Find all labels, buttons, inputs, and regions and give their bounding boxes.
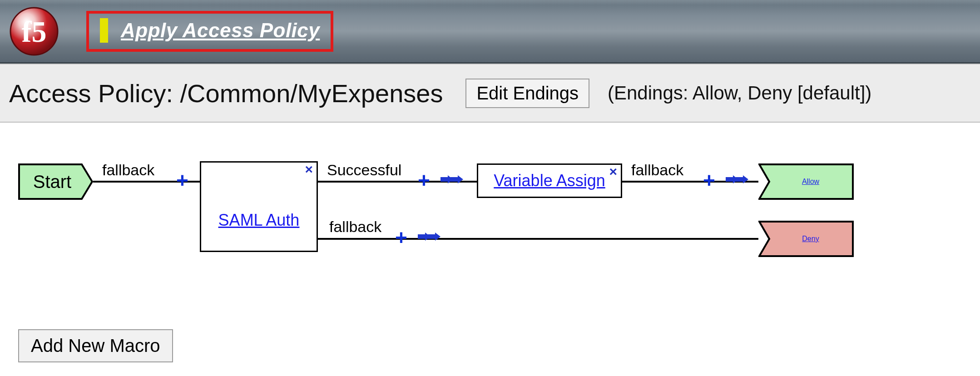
edge-label-start-fallback: fallback [102, 161, 154, 179]
policy-canvas: Start fallback + × SAML Auth Successful … [0, 123, 980, 376]
endings-summary: (Endings: Allow, Deny [default]) [608, 82, 871, 104]
add-new-macro-button[interactable]: Add New Macro [18, 329, 173, 362]
svg-text:f5: f5 [22, 15, 47, 48]
variable-assign-link[interactable]: Variable Assign [494, 171, 605, 190]
deny-ending-link[interactable]: Deny [802, 235, 819, 243]
start-node-label: Start [18, 163, 86, 200]
allow-ending-node[interactable]: Allow [758, 163, 854, 200]
policy-subheader: Access Policy: /Common/MyExpenses Edit E… [0, 64, 980, 123]
connector [318, 238, 758, 240]
svg-marker-6 [736, 175, 748, 183]
swap-branch-icon[interactable] [418, 233, 441, 246]
edge-label-saml-fallback: fallback [329, 218, 381, 236]
saml-auth-link[interactable]: SAML Auth [218, 211, 300, 230]
swap-branch-icon[interactable] [441, 175, 463, 189]
add-action-plus[interactable]: + [418, 168, 430, 193]
edge-label-var-fallback: fallback [631, 161, 683, 179]
app-header: f5 Apply Access Policy [0, 0, 980, 64]
swap-branch-icon[interactable] [726, 175, 748, 189]
pending-indicator-icon [100, 18, 108, 43]
allow-ending-link[interactable]: Allow [802, 178, 819, 186]
add-action-plus[interactable]: + [176, 168, 188, 193]
svg-marker-4 [450, 175, 463, 183]
apply-access-policy-highlight: Apply Access Policy [86, 11, 333, 52]
edit-endings-button[interactable]: Edit Endings [465, 79, 589, 108]
f5-logo-icon: f5 [9, 6, 59, 56]
start-node[interactable]: Start [18, 163, 93, 200]
add-action-plus[interactable]: + [395, 225, 407, 250]
variable-assign-node[interactable]: × Variable Assign [477, 163, 622, 198]
deny-ending-node[interactable]: Deny [758, 221, 854, 257]
saml-auth-node[interactable]: × SAML Auth [200, 161, 318, 252]
apply-access-policy-link[interactable]: Apply Access Policy [121, 19, 320, 42]
svg-marker-9 [428, 233, 441, 241]
edge-label-saml-successful: Successful [327, 161, 401, 179]
add-action-plus[interactable]: + [703, 168, 715, 193]
policy-title: Access Policy: /Common/MyExpenses [9, 79, 443, 108]
delete-node-icon[interactable]: × [305, 162, 313, 177]
delete-node-icon[interactable]: × [609, 164, 617, 179]
